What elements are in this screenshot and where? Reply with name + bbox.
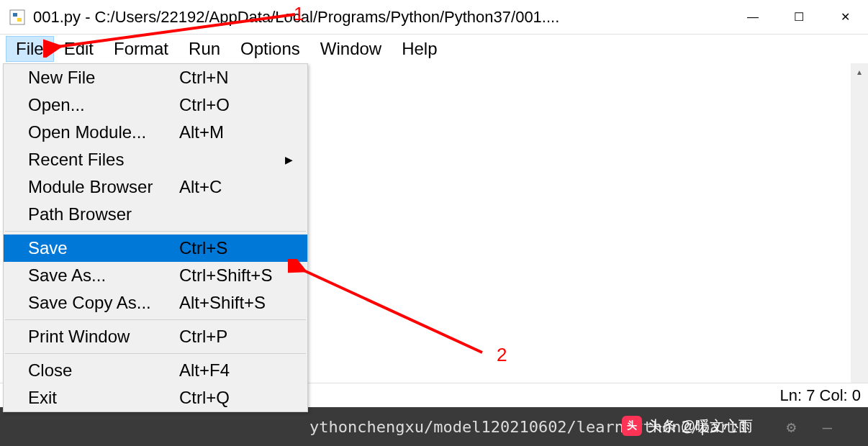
- menu-item-module-browser[interactable]: Module Browser Alt+C: [4, 173, 307, 201]
- file-dropdown-menu: New File Ctrl+N Open... Ctrl+O Open Modu…: [3, 63, 308, 412]
- menu-item-shortcut: Ctrl+S: [179, 238, 227, 258]
- menu-edit[interactable]: Edit: [54, 36, 104, 62]
- gear-icon[interactable]: ⚙: [787, 418, 796, 436]
- menu-item-shortcut: Ctrl+P: [179, 327, 227, 347]
- menubar: File Edit Format Run Options Window Help: [0, 35, 868, 63]
- menu-item-label: Exit: [28, 388, 179, 408]
- menu-item-label: Save As...: [28, 265, 179, 286]
- menu-format[interactable]: Format: [104, 36, 178, 62]
- menu-item-label: Path Browser: [28, 204, 179, 224]
- menu-file[interactable]: File: [6, 36, 54, 62]
- menu-separator: [5, 231, 306, 232]
- menu-options[interactable]: Options: [230, 36, 310, 62]
- menu-item-print-window[interactable]: Print Window Ctrl+P: [4, 323, 307, 350]
- menu-item-save-copy-as[interactable]: Save Copy As... Alt+Shift+S: [4, 289, 307, 317]
- menu-item-save-as[interactable]: Save As... Ctrl+Shift+S: [4, 262, 307, 289]
- vertical-scrollbar[interactable]: ▴: [851, 63, 868, 383]
- maximize-button[interactable]: ☐: [776, 0, 822, 34]
- cursor-position: Ln: 7 Col: 0: [779, 386, 861, 405]
- window-title: 001.py - C:/Users/22192/AppData/Local/Pr…: [33, 8, 730, 27]
- minimize-panel-icon[interactable]: —: [823, 418, 832, 436]
- menu-item-shortcut: Alt+F4: [179, 360, 230, 381]
- minimize-button[interactable]: —: [730, 0, 776, 34]
- menu-item-shortcut: Ctrl+Shift+S: [179, 265, 272, 286]
- menu-item-label: Open...: [28, 95, 179, 115]
- menu-run[interactable]: Run: [178, 36, 230, 62]
- menu-item-label: Open Module...: [28, 122, 179, 142]
- menu-separator: [5, 353, 306, 354]
- menu-item-shortcut: Alt+C: [179, 177, 222, 197]
- terminal-path: ythonchengxu/model120210602/learnpython2…: [309, 418, 748, 436]
- menu-item-shortcut: Ctrl+N: [179, 68, 229, 88]
- scroll-up-icon[interactable]: ▴: [851, 63, 868, 81]
- terminal-panel[interactable]: ythonchengxu/model120210602/learnpython2…: [0, 407, 868, 446]
- menu-help[interactable]: Help: [392, 36, 447, 62]
- menu-item-label: Close: [28, 360, 179, 381]
- menu-separator: [5, 319, 306, 320]
- menu-item-label: New File: [28, 68, 179, 88]
- menu-item-open[interactable]: Open... Ctrl+O: [4, 91, 307, 119]
- window-controls: — ☐ ✕: [730, 0, 868, 34]
- menu-window[interactable]: Window: [310, 36, 392, 62]
- menu-item-exit[interactable]: Exit Ctrl+Q: [4, 384, 307, 411]
- menu-item-label: Recent Files: [28, 150, 179, 170]
- submenu-arrow-icon: ▶: [285, 154, 293, 165]
- titlebar: 001.py - C:/Users/22192/AppData/Local/Pr…: [0, 0, 868, 35]
- menu-item-save[interactable]: Save Ctrl+S: [4, 235, 307, 262]
- python-idle-icon: [9, 9, 26, 26]
- menu-item-recent-files[interactable]: Recent Files ▶: [4, 146, 307, 173]
- menu-item-open-module[interactable]: Open Module... Alt+M: [4, 119, 307, 146]
- menu-item-label: Print Window: [28, 327, 179, 347]
- menu-item-shortcut: Ctrl+Q: [179, 388, 230, 408]
- menu-item-label: Save: [28, 238, 179, 258]
- close-button[interactable]: ✕: [822, 0, 868, 34]
- menu-item-new-file[interactable]: New File Ctrl+N: [4, 64, 307, 91]
- menu-item-label: Save Copy As...: [28, 293, 179, 313]
- menu-item-path-browser[interactable]: Path Browser: [4, 201, 307, 228]
- menu-item-shortcut: Alt+M: [179, 122, 224, 142]
- menu-item-close[interactable]: Close Alt+F4: [4, 357, 307, 384]
- menu-item-shortcut: Ctrl+O: [179, 95, 230, 115]
- menu-item-label: Module Browser: [28, 177, 179, 197]
- svg-rect-0: [10, 10, 24, 24]
- menu-item-shortcut: Alt+Shift+S: [179, 293, 266, 313]
